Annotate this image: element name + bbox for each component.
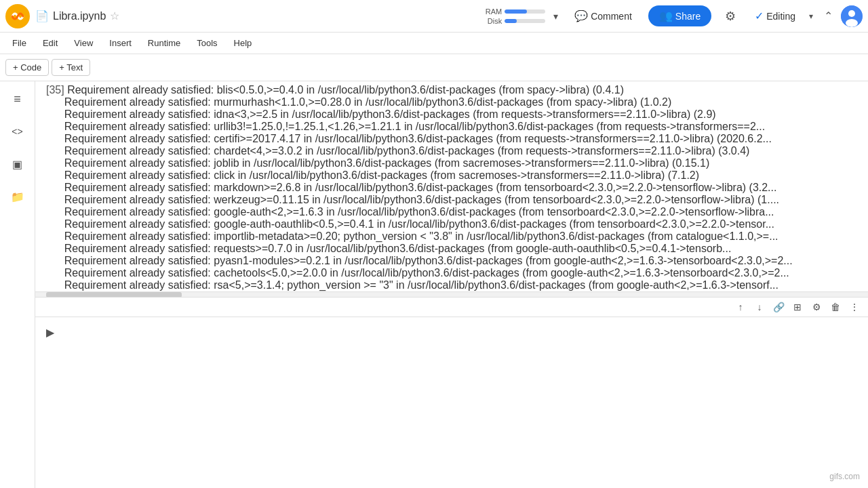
file-icon: 📄 (35, 9, 49, 22)
output-line-14: Requirement already satisfied: requests>… (46, 243, 868, 255)
link-icon: 🔗 (773, 302, 785, 312)
svg-point-2 (848, 10, 855, 17)
sidebar-files-icon[interactable]: 📁 (5, 184, 30, 209)
disk-label: Disk (484, 17, 502, 25)
run-cell-button[interactable]: ▶ (41, 323, 60, 342)
output-line-2: Requirement already satisfied: murmurhas… (46, 96, 868, 108)
add-code-button[interactable]: + Code (5, 59, 49, 76)
table-button[interactable]: ⊞ (789, 299, 806, 315)
menu-view[interactable]: View (67, 35, 100, 51)
output-line-17: Requirement already satisfied: rsa<5,>=3… (46, 279, 868, 291)
delete-cell-button[interactable]: 🗑 (827, 299, 844, 315)
horizontal-scrollbar[interactable] (35, 291, 868, 297)
sidebar-cell-icon[interactable]: ▣ (5, 152, 30, 176)
settings-button[interactable]: ⚙ (719, 5, 741, 27)
share-button[interactable]: 👥 Share (648, 5, 711, 26)
editing-label: Editing (766, 11, 795, 22)
editing-badge: ✓ Editing (749, 9, 801, 22)
comment-button[interactable]: 💬 Comment (566, 5, 640, 26)
folder-icon: 📁 (11, 190, 24, 203)
move-down-button[interactable]: ↓ (751, 299, 768, 315)
output-line-9: Requirement already satisfied: markdown>… (46, 182, 868, 194)
output-line-11: Requirement already satisfied: google-au… (46, 206, 868, 218)
editing-checkmark: ✓ (755, 9, 764, 22)
output-line-16: Requirement already satisfied: cachetool… (46, 267, 868, 279)
more-icon: ⋮ (850, 302, 859, 312)
next-cell: ▶ (35, 317, 868, 350)
star-icon[interactable]: ☆ (110, 9, 119, 22)
toolbar: + Code + Text (0, 54, 868, 81)
output-line-15: Requirement already satisfied: pyasn1-mo… (46, 255, 868, 267)
notebook-name[interactable]: Libra.ipynb (53, 10, 106, 22)
output-line-7: Requirement already satisfied: joblib in… (46, 157, 868, 169)
code-icon: <> (12, 126, 22, 137)
share-icon: 👥 (659, 9, 673, 22)
menu-help[interactable]: Help (227, 35, 259, 51)
table-icon: ⊞ (793, 302, 802, 312)
output-line-10: Requirement already satisfied: werkzeug>… (46, 194, 868, 206)
svg-point-3 (846, 19, 858, 27)
delete-icon: 🗑 (831, 302, 840, 312)
sidebar-code-icon[interactable]: <> (5, 119, 30, 144)
cell-output-area[interactable]: [35] Requirement already satisfied: blis… (35, 81, 868, 291)
move-up-button[interactable]: ↑ (732, 299, 749, 315)
cell-toolbar: ↑ ↓ 🔗 ⊞ ⚙ 🗑 ⋮ (35, 297, 868, 317)
output-line-5: Requirement already satisfied: certifi>=… (46, 133, 868, 145)
output-line-8: Requirement already satisfied: click in … (46, 169, 868, 182)
sidebar: ≡ <> ▣ 📁 (0, 81, 35, 488)
link-button[interactable]: 🔗 (770, 299, 787, 315)
colab-logo[interactable] (5, 4, 30, 28)
ram-bar (505, 9, 545, 14)
user-avatar[interactable] (841, 5, 863, 27)
notebook-area: [35] Requirement already satisfied: blis… (35, 81, 868, 488)
cell-icon: ▣ (12, 158, 22, 171)
output-line-1: [35] Requirement already satisfied: blis… (46, 84, 868, 96)
down-arrow-icon: ↓ (757, 302, 762, 312)
hamburger-icon: ≡ (14, 92, 21, 106)
menu-insert[interactable]: Insert (102, 35, 138, 51)
settings-icon: ⚙ (812, 302, 821, 312)
menu-file[interactable]: File (5, 35, 33, 51)
output-line-6: Requirement already satisfied: chardet<4… (46, 145, 868, 157)
editing-dropdown[interactable]: ▾ (809, 12, 813, 21)
add-text-button[interactable]: + Text (52, 59, 90, 76)
menu-bar: File Edit View Insert Runtime Tools Help (0, 33, 868, 54)
menu-tools[interactable]: Tools (190, 35, 224, 51)
output-line-12: Requirement already satisfied: google-au… (46, 218, 868, 230)
watermark: gifs.com (827, 470, 863, 483)
sidebar-menu-icon[interactable]: ≡ (5, 87, 30, 111)
output-line-13: Requirement already satisfied: importlib… (46, 230, 868, 243)
gear-icon: ⚙ (725, 9, 736, 24)
up-arrow-icon: ↑ (738, 302, 743, 312)
output-line-4: Requirement already satisfied: urllib3!=… (46, 121, 868, 133)
menu-edit[interactable]: Edit (36, 35, 64, 51)
cell-settings-button[interactable]: ⚙ (808, 299, 825, 315)
ram-label: RAM (484, 7, 502, 16)
notebook-title: 📄 Libra.ipynb ☆ (35, 9, 119, 22)
ram-disk-dropdown[interactable]: ▾ (553, 11, 558, 22)
play-icon: ▶ (46, 326, 54, 339)
collapse-button[interactable]: ⌃ (824, 9, 833, 22)
disk-bar (505, 19, 545, 23)
output-line-3: Requirement already satisfied: idna<3,>=… (46, 108, 868, 121)
menu-runtime[interactable]: Runtime (141, 35, 187, 51)
ram-disk-indicator: RAM Disk (484, 7, 545, 25)
ram-fill (505, 9, 527, 14)
disk-fill (505, 19, 517, 23)
comment-icon: 💬 (574, 9, 588, 22)
more-options-button[interactable]: ⋮ (846, 299, 863, 315)
